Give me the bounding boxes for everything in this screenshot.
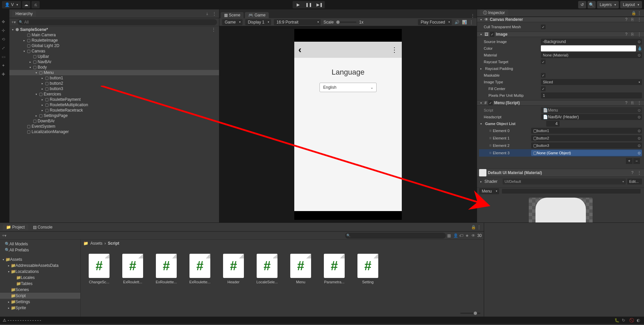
play-focused-dropdown[interactable]: Play Focused [418,19,452,25]
lock-icon[interactable]: 🔒 [471,225,476,230]
expand-toggle[interactable]: ▸ [40,104,44,107]
asset-item[interactable]: LocaleSele... [255,254,279,303]
color-field[interactable] [541,45,636,51]
custom-tool-icon[interactable]: ✚ [2,72,8,78]
shader-dropdown[interactable]: UI/Default [503,178,626,185]
scale-slider[interactable] [336,22,356,23]
hierarchy-item[interactable]: ▸▢SettingsPage [9,113,219,118]
hierarchy-item[interactable]: ▸▢RoulettePayment [9,97,219,102]
expand-toggle[interactable]: ▾ [34,71,38,74]
project-tree-item[interactable]: ▾📁Localizations [0,269,80,275]
hidden-icon[interactable]: 👁 [471,233,476,238]
kebab-menu-icon[interactable]: ⋮ [212,11,217,16]
hierarchy-item[interactable]: ▸▢button2 [9,81,219,86]
material-header[interactable]: Default UI Material (Material) ? ⋮ [477,169,644,177]
project-tab[interactable]: 📁 Project [3,224,28,230]
hierarchy-tab[interactable]: Hierarchy [12,11,36,17]
expand-toggle[interactable]: ▸ [479,67,483,70]
element-field[interactable]: ▢button3 [531,143,642,149]
element-field[interactable]: ▢None (Game Object) [531,150,642,156]
game-mode-dropdown[interactable]: Game [222,19,243,25]
spinner-icon[interactable]: ◐ [637,318,641,323]
scene-menu-icon[interactable]: ⋮ [212,27,216,32]
expand-toggle[interactable]: ▸ [7,264,11,267]
filter-icon[interactable]: 👤 [453,233,458,238]
list-element-row[interactable]: ≡Element 2▢button3 [479,142,642,149]
expand-toggle[interactable]: ▸ [34,114,38,117]
hierarchy-item[interactable]: ▸▢NavBAr [9,59,219,65]
help-icon[interactable]: ? [625,32,630,37]
cull-checkbox[interactable] [541,25,546,29]
help-icon[interactable]: ? [631,170,636,175]
source-image-field[interactable]: ▫Background [541,39,642,45]
project-tree-item[interactable]: ▾📁Assets [0,256,80,262]
favorite-row[interactable]: 🔍All Prefabs [0,247,80,253]
menu-dots-icon[interactable]: ⋮ [391,46,398,54]
hierarchy-item[interactable]: ▸▢RouletteRacetrack [9,108,219,113]
hand-tool-icon[interactable]: ✥ [2,19,8,26]
project-tree-item[interactable]: ▸📁AddressableAssetsData [0,262,80,269]
mute-icon[interactable]: 🔊 [455,20,459,25]
list-element-row[interactable]: ≡Element 3▢None (Game Object) [479,149,642,157]
expand-toggle[interactable]: ▸ [7,300,11,303]
raycast-checkbox[interactable] [541,59,546,64]
edit-button[interactable]: Edit... [627,178,642,185]
asset-item[interactable]: ExRoulette... [188,254,212,303]
account-dropdown[interactable]: 👤 V [2,1,21,8]
move-tool-icon[interactable]: ✢ [2,28,8,34]
list-add-button[interactable]: + [626,158,633,164]
hierarchy-search-input[interactable]: All [17,19,217,25]
list-count-field[interactable]: 4 [546,121,560,127]
bug-icon[interactable]: 🐛 [614,318,619,323]
favorite-row[interactable]: 🔍All Models [0,241,80,247]
project-tree-item[interactable]: 📁Script [0,293,80,299]
search-global-icon[interactable]: 🔍 [588,1,596,8]
version-control-icon[interactable]: ⎌ [32,1,40,8]
breadcrumb-item[interactable]: Assets [90,241,102,246]
asset-item[interactable]: Setting [356,254,380,303]
rotate-tool-icon[interactable]: ⟲ [2,37,8,43]
language-select[interactable]: English [319,83,377,92]
hierarchy-item[interactable]: ▢DownBAr [9,118,219,124]
eyedropper-icon[interactable]: 💧 [637,46,642,51]
kebab-menu-icon[interactable]: ⋮ [637,32,642,37]
expand-toggle[interactable]: ▸ [7,307,11,310]
help-icon[interactable]: ? [625,17,630,22]
material-field[interactable]: None (Material) [541,52,642,58]
list-remove-button[interactable]: − [633,158,640,164]
add-icon[interactable]: +▾ [11,20,16,25]
pause-button[interactable]: ❚❚ [303,1,314,8]
expand-toggle[interactable]: ▾ [1,258,5,261]
hierarchy-item[interactable]: ▢EventSystem [9,124,219,129]
hierarchy-item[interactable]: ▾▢Body [9,65,219,70]
console-tab[interactable]: ▤ Console [30,224,56,230]
drag-handle-icon[interactable]: ≡ [489,128,491,133]
expand-toggle[interactable]: ▾ [7,270,11,273]
hierarchy-item[interactable]: ▾▢Canvas [9,48,219,54]
list-element-row[interactable]: ≡Element 0▢button1 [479,127,642,134]
gizmos-icon[interactable]: ⋮ [469,20,474,25]
hierarchy-item[interactable]: ▸▢button3 [9,86,219,91]
drag-handle-icon[interactable]: ≡ [489,136,491,140]
project-search-input[interactable] [345,233,446,239]
back-icon[interactable]: ‹ [298,44,301,55]
expand-toggle[interactable]: ▸ [22,39,26,42]
kebab-menu-icon[interactable]: ⋮ [637,170,642,175]
preset-icon[interactable]: ⎘ [631,17,636,22]
project-tree-item[interactable]: 📁Scenes [0,287,80,293]
expand-toggle[interactable]: ▾ [11,28,15,31]
scene-root[interactable]: ▾ ⬢ SampleScene* ⋮ [9,27,219,32]
maskable-checkbox[interactable] [541,73,546,78]
asset-item[interactable]: Parametra... [323,254,346,303]
kebab-menu-icon[interactable]: ⋮ [477,225,482,230]
expand-toggle[interactable]: ▸ [479,180,483,183]
favorite-icon[interactable]: ★ [465,233,470,238]
expand-toggle[interactable]: ▸ [40,87,44,90]
expand-toggle[interactable]: ▾ [34,93,38,96]
cloud-icon[interactable]: ☁ [22,1,30,8]
undo-history-icon[interactable]: ↺ [578,1,586,8]
drag-handle-icon[interactable]: ≡ [489,143,491,148]
kebab-menu-icon[interactable]: ⋮ [637,100,642,105]
display-dropdown[interactable]: Display 1 [245,19,271,25]
project-tree-item[interactable]: ▸📁Settings [0,299,80,305]
